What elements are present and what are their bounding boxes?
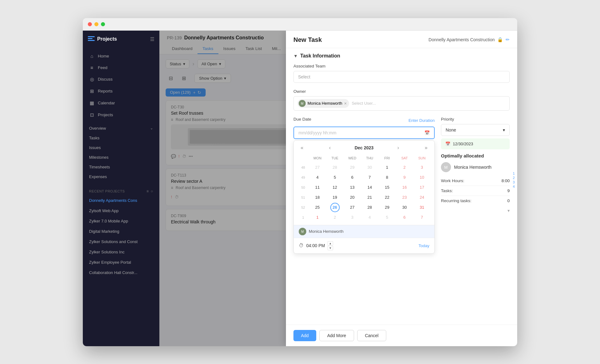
feed-icon: ≡ [89,65,95,70]
cal-day-w52-3[interactable]: 27 [348,203,357,212]
cal-prev-year-btn[interactable]: « [299,144,305,151]
cal-day-w49-6[interactable]: 9 [400,173,409,182]
edit-icon[interactable]: ✏ [506,37,510,42]
discuss-icon: ◎ [89,77,95,82]
associated-team-select[interactable]: Select [293,71,510,83]
cal-day-next-5[interactable]: 5 [382,213,392,222]
cal-day-next-6[interactable]: 6 [400,213,409,222]
sidebar-item-reports[interactable]: ⊞ Reports [83,85,159,97]
cal-day-w48-4[interactable]: 30 [365,163,374,172]
priority-select[interactable]: None ▾ [441,124,510,136]
cal-day-w49-1[interactable]: 4 [313,173,322,182]
cal-day-w51-7[interactable]: 24 [417,193,427,202]
recent-projects-menu-icon[interactable]: ≡ [147,189,149,193]
cal-day-w52-2[interactable]: 26 [330,203,340,212]
panel-project-info: Donnelly Apartments Construction 🔒 ✏ [428,37,510,42]
cal-day-w49-4[interactable]: 7 [365,173,374,182]
cal-day-w52-5[interactable]: 29 [382,203,392,212]
recent-projects-search-icon[interactable]: ○ [151,189,153,193]
time-up-button[interactable]: ▲ [328,241,333,246]
cal-day-w48-2[interactable]: 28 [330,163,340,172]
cal-prev-month-btn[interactable]: ‹ [327,144,332,151]
cal-day-w50-7[interactable]: 17 [417,183,427,192]
cal-day-w48-1[interactable]: 27 [313,163,322,172]
sidebar-item-calendar[interactable]: ▦ Calendar [83,97,159,109]
sidebar-item-milestones[interactable]: Milestones [83,152,159,162]
add-more-button[interactable]: Add More [319,330,354,341]
cal-day-w51-6[interactable]: 23 [400,193,409,202]
add-button[interactable]: Add [293,330,316,341]
cal-day-w51-1[interactable]: 18 [313,193,322,202]
cal-day-next-4[interactable]: 4 [365,213,374,222]
cal-day-w52-1[interactable]: 25 [313,203,322,212]
app-body: Projects ☰ ⌂ Home ≡ Feed ◎ Discuss [83,31,517,346]
recent-project-collab[interactable]: Collaboration Hall Constr... [83,267,159,278]
cal-day-next-1[interactable]: 1 [313,213,322,222]
cal-day-w50-1[interactable]: 11 [313,183,322,192]
cal-next-month-btn[interactable]: › [396,144,401,151]
cal-today-button[interactable]: Today [418,243,429,248]
cal-day-w52-6[interactable]: 30 [400,203,409,212]
cal-suggest-icon: 📅 [445,142,450,146]
maximize-dot[interactable] [101,22,105,26]
cal-day-w50-2[interactable]: 12 [330,183,340,192]
cal-day-next-3[interactable]: 3 [348,213,357,222]
minimize-dot[interactable] [94,22,98,26]
cal-day-w52-4[interactable]: 28 [365,203,374,212]
cal-day-w49-3[interactable]: 6 [348,173,357,182]
cal-day-w49-5[interactable]: 8 [382,173,392,182]
recent-project-zylker70[interactable]: Zylker 7.0 Mobile App [83,216,159,226]
owner-input[interactable]: M Monica Hemsworth × Select User... [293,96,510,111]
recent-project-digital[interactable]: Digital Marketing [83,226,159,237]
cal-day-w48-7[interactable]: 3 [417,163,427,172]
calendar-picker-icon[interactable]: 📅 [424,130,430,135]
cal-day-w49-7[interactable]: 10 [417,173,427,182]
sidebar-item-timesheets[interactable]: Timesheets [83,162,159,172]
date-input[interactable]: mm/dd/yyyy hh:mm 📅 [293,127,435,139]
cal-day-w50-6[interactable]: 16 [400,183,409,192]
cal-day-w50-3[interactable]: 13 [348,183,357,192]
owner-remove-button[interactable]: × [344,101,347,106]
svg-text:M: M [301,102,303,105]
cal-user-avatar: M [299,228,306,235]
recent-project-zylker-sol[interactable]: Zylker Solutions and Const [83,237,159,247]
sidebar-item-projects[interactable]: ⊡ Projects [83,109,159,121]
cal-day-w52-7[interactable]: 31 [417,203,427,212]
cal-day-w49-2[interactable]: 5 [330,173,340,182]
close-dot[interactable] [88,22,92,26]
cal-day-next-7[interactable]: 7 [417,213,427,222]
cal-day-w50-5[interactable]: 15 [382,183,392,192]
recent-project-zylker-emp[interactable]: Zylker Employee Portal [83,257,159,267]
sidebar-item-discuss[interactable]: ◎ Discuss [83,73,159,85]
cal-day-w51-2[interactable]: 19 [330,193,340,202]
cancel-button[interactable]: Cancel [357,330,387,341]
cal-day-w48-3[interactable]: 29 [348,163,357,172]
cal-day-w48-5[interactable]: 1 [382,163,392,172]
sidebar-item-home[interactable]: ⌂ Home [83,50,159,62]
cal-time-stepper: ▲ ▼ [328,241,333,250]
cal-day-w51-4[interactable]: 21 [365,193,374,202]
cal-day-w51-5[interactable]: 22 [382,193,392,202]
cal-time-row: ⏱ 04:00 PM ▲ ▼ Today [294,238,434,253]
recent-project-donnelly[interactable]: Donnelly Apartments Cons [83,195,159,206]
cal-day-next-2[interactable]: 2 [330,213,340,222]
cal-next-year-btn[interactable]: » [423,144,429,151]
task-info-section-header: ▼ Task Information [293,53,510,59]
recent-project-zylsoft[interactable]: Zylsoft Web App [83,206,159,216]
time-down-button[interactable]: ▼ [328,246,333,250]
recent-project-zylker-inc[interactable]: Zylker Solutions Inc [83,247,159,257]
sidebar-item-feed[interactable]: ≡ Feed [83,62,159,73]
alloc-details: Work Hours: 8:00 Tasks: 9 Recurring task… [441,176,510,206]
cal-day-w48-6[interactable]: 2 [400,163,409,172]
sidebar-item-expenses[interactable]: Expenses [83,172,159,182]
cal-day-w50-4[interactable]: 14 [365,183,374,192]
sidebar-item-tasks[interactable]: Tasks [83,133,159,143]
optimally-collapse-icon[interactable]: ▾ [508,208,510,213]
sidebar-item-issues[interactable]: Issues [83,143,159,152]
hamburger-icon[interactable]: ☰ [150,36,154,42]
sidebar-item-overview[interactable]: Overview ⌄ [83,123,159,133]
enter-duration-link[interactable]: Enter Duration [408,118,435,123]
cal-day-w51-3[interactable]: 20 [348,193,357,202]
section-collapse-icon[interactable]: ▼ [293,53,298,58]
optimally-title: Optimally allocated [441,153,510,158]
